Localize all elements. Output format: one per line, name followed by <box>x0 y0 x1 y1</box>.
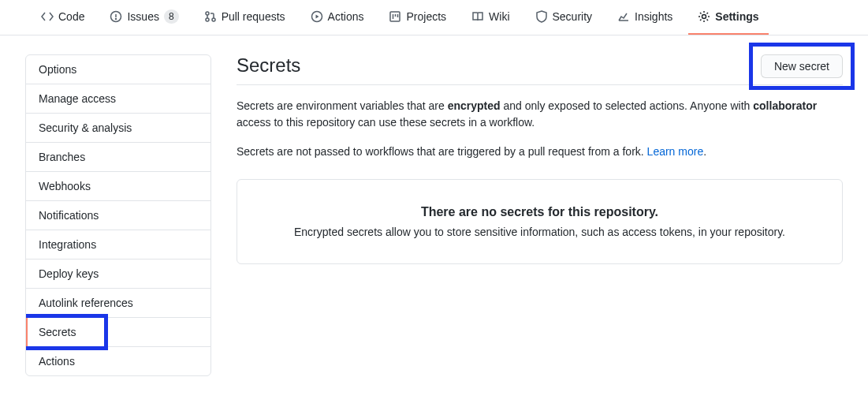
sidebar-item-label: Webhooks <box>39 180 91 192</box>
tab-label: Issues <box>127 10 158 23</box>
tab-label: Wiki <box>489 10 509 23</box>
tab-label: Actions <box>328 10 364 23</box>
sidebar-item-autolink-references[interactable]: Autolink references <box>26 289 210 318</box>
tab-label: Code <box>58 10 84 23</box>
tab-insights[interactable]: Insights <box>608 1 682 34</box>
sidebar-item-secrets[interactable]: Secrets <box>26 318 210 347</box>
sidebar-item-label: Actions <box>39 355 75 368</box>
issues-count: 8 <box>164 9 179 24</box>
sidebar-item-label: Secrets <box>39 326 76 338</box>
empty-subtitle: Encrypted secrets allow you to store sen… <box>263 226 817 238</box>
sidebar-item-deploy-keys[interactable]: Deploy keys <box>26 260 210 289</box>
play-icon <box>311 10 323 23</box>
book-icon <box>471 10 484 23</box>
content: OptionsManage accessSecurity & analysisB… <box>0 35 868 395</box>
graph-icon <box>617 10 630 23</box>
description-1: Secrets are environment variables that a… <box>237 98 843 131</box>
sidebar-list: OptionsManage accessSecurity & analysisB… <box>25 54 211 376</box>
svg-point-4 <box>206 18 209 21</box>
tab-wiki[interactable]: Wiki <box>462 1 519 34</box>
pull-request-icon <box>204 10 217 23</box>
tab-projects[interactable]: Projects <box>379 1 456 34</box>
tab-pulls[interactable]: Pull requests <box>195 1 295 34</box>
sidebar-item-actions[interactable]: Actions <box>26 347 210 375</box>
sidebar-item-label: Autolink references <box>39 297 133 309</box>
sidebar-item-label: Integrations <box>39 238 96 251</box>
tab-security[interactable]: Security <box>526 1 602 34</box>
learn-more-link[interactable]: Learn more <box>647 145 704 158</box>
tab-actions[interactable]: Actions <box>301 1 374 34</box>
main: Secrets New secret Secrets are environme… <box>237 54 843 376</box>
sidebar-item-notifications[interactable]: Notifications <box>26 201 210 230</box>
sidebar-item-label: Notifications <box>39 209 99 222</box>
sidebar-item-label: Branches <box>39 151 85 163</box>
sidebar-item-label: Deploy keys <box>39 267 99 280</box>
tab-label: Security <box>553 10 593 23</box>
shield-icon <box>535 10 548 23</box>
tab-code[interactable]: Code <box>32 1 94 34</box>
sidebar-item-label: Security & analysis <box>39 121 132 134</box>
repo-nav: Code Issues 8 Pull requests Actions Proj… <box>0 0 868 35</box>
page-title: Secrets <box>237 54 300 77</box>
description-2: Secrets are not passed to workflows that… <box>237 144 843 160</box>
gear-icon <box>698 10 710 23</box>
tab-label: Settings <box>715 10 758 23</box>
sidebar-item-security-analysis[interactable]: Security & analysis <box>26 114 210 143</box>
tab-settings[interactable]: Settings <box>688 1 768 34</box>
code-icon <box>41 10 54 23</box>
svg-point-3 <box>206 12 209 15</box>
svg-point-11 <box>702 15 706 19</box>
subhead: Secrets New secret <box>237 54 843 85</box>
empty-state: There are no secrets for this repository… <box>237 179 843 264</box>
sidebar-item-branches[interactable]: Branches <box>26 143 210 172</box>
svg-point-5 <box>212 18 215 21</box>
projects-icon <box>389 10 401 23</box>
sidebar-item-integrations[interactable]: Integrations <box>26 230 210 260</box>
svg-point-2 <box>116 19 117 20</box>
new-secret-button[interactable]: New secret <box>761 54 843 78</box>
tab-label: Projects <box>406 10 446 23</box>
settings-sidebar: OptionsManage accessSecurity & analysisB… <box>25 54 211 376</box>
tab-label: Pull requests <box>222 10 285 23</box>
tab-issues[interactable]: Issues 8 <box>100 0 188 35</box>
empty-title: There are no secrets for this repository… <box>263 205 817 219</box>
sidebar-item-options[interactable]: Options <box>26 55 210 84</box>
sidebar-item-label: Options <box>39 63 76 76</box>
tab-label: Insights <box>635 10 672 23</box>
issue-icon <box>110 10 122 23</box>
sidebar-item-manage-access[interactable]: Manage access <box>26 84 210 114</box>
sidebar-item-label: Manage access <box>39 92 116 105</box>
sidebar-item-webhooks[interactable]: Webhooks <box>26 172 210 201</box>
